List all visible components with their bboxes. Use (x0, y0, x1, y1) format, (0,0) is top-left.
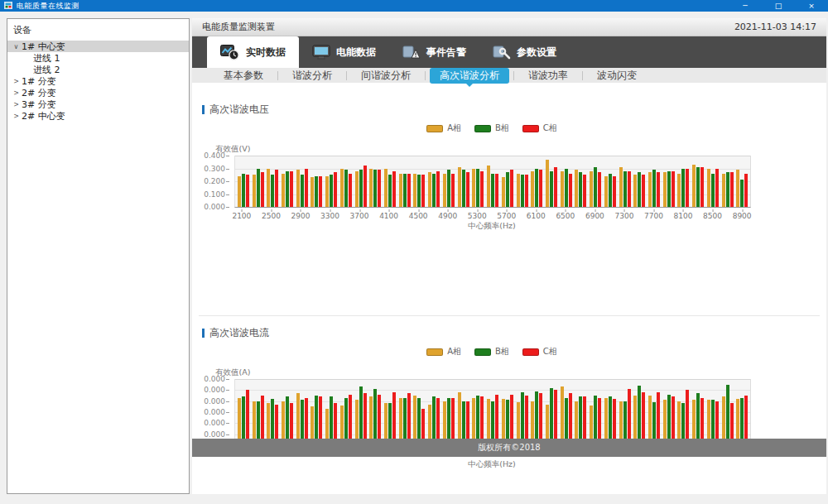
bar-phase-c (642, 175, 645, 207)
bar-group (265, 156, 280, 207)
subtab-interharmonic-analysis[interactable]: 间谐波分析 (351, 68, 421, 84)
chevron-down-icon[interactable]: ∨ (11, 43, 22, 50)
bar-phase-c (246, 390, 249, 445)
x-tick-label: 5700 (497, 209, 516, 220)
harmonic-voltage-chart: 高次谐波电压 A相B相C相 有效值(V) 0.4000.3000.2000.10… (192, 101, 826, 258)
bar-phase-b (373, 389, 377, 445)
close-button[interactable]: × (795, 0, 828, 12)
bar-phase-c (744, 174, 748, 207)
bar-phase-c (466, 172, 469, 207)
bar-phase-c (628, 389, 631, 445)
bar-phase-b (257, 169, 260, 208)
bar-phase-a (561, 171, 564, 207)
tree-item[interactable]: >1# 分变 (7, 75, 189, 87)
bar-phase-a (487, 166, 490, 207)
subtab-separator (425, 71, 426, 80)
subtab-flicker[interactable]: 波动闪变 (587, 68, 647, 84)
bar-group (734, 156, 749, 207)
bar-phase-c (363, 166, 367, 207)
legend-item-phase-c[interactable]: C相 (522, 122, 557, 134)
chevron-right-icon[interactable]: > (11, 89, 22, 97)
tab-energy-data[interactable]: 电能数据 (299, 36, 389, 68)
tree-item[interactable]: 进线 2 (7, 64, 189, 75)
tree-item[interactable]: >3# 分变 (7, 98, 189, 110)
x-tick-label: 4100 (379, 209, 398, 220)
bar-group (295, 379, 310, 445)
bar-phase-c (334, 172, 337, 207)
bar-phase-a (443, 174, 446, 207)
bar-phase-b (681, 169, 685, 208)
tree-item[interactable]: 进线 1 (7, 52, 189, 64)
bar-phase-c (569, 393, 572, 445)
legend-item-phase-a[interactable]: A相 (426, 122, 461, 134)
bar-phase-c (275, 170, 278, 207)
legend-item-phase-a[interactable]: A相 (426, 346, 461, 358)
bar-phase-c (421, 175, 425, 207)
tree-root-label: 设备 (7, 19, 189, 41)
bar-group (734, 379, 749, 445)
bar-group (544, 379, 559, 445)
bars (235, 156, 750, 207)
maximize-button[interactable]: □ (762, 0, 795, 12)
tab-realtime-data[interactable]: 实时数据 (207, 36, 299, 68)
bar-phase-c (451, 174, 455, 207)
y-tick-label: 0.100 (204, 190, 225, 199)
tab-parameter-settings[interactable]: 参数设置 (479, 36, 570, 68)
tree-item[interactable]: ∨1# 中心变 (7, 41, 189, 52)
bar-phase-a (310, 177, 314, 207)
y-tick-label: 0.000 (204, 203, 225, 211)
bar-group (310, 379, 325, 445)
bar-group (603, 156, 618, 207)
bar-group (456, 379, 471, 445)
tab-event-alarm[interactable]: 事件告警 (389, 36, 479, 68)
bar-phase-a (604, 176, 608, 207)
legend-item-phase-b[interactable]: B相 (474, 122, 509, 134)
tab-label: 事件告警 (426, 46, 466, 60)
chevron-right-icon[interactable]: > (11, 78, 22, 85)
chevron-right-icon[interactable]: > (11, 113, 22, 120)
bar-phase-c (657, 392, 660, 445)
bar-phase-a (502, 177, 505, 207)
subtab-harmonic-analysis[interactable]: 谐波分析 (282, 68, 342, 84)
bar-phase-c (525, 175, 528, 207)
minimize-button[interactable]: ─ (729, 0, 762, 12)
bar-phase-a (238, 176, 241, 207)
y-tick-label: 0.000 (204, 408, 225, 416)
bar-group (368, 156, 383, 207)
bar-phase-b (491, 174, 494, 207)
subtab-separator (277, 71, 278, 80)
x-tick-label: 2100 (232, 209, 251, 220)
chevron-right-icon[interactable]: > (11, 101, 22, 108)
bar-group (265, 379, 280, 445)
title-marker (202, 105, 205, 114)
energy-data-icon (312, 45, 330, 60)
bar-phase-a (531, 171, 534, 207)
subtab-high-order-harmonic-analysis[interactable]: 高次谐波分析 (430, 68, 509, 84)
bar-phase-a (561, 386, 564, 445)
legend-item-phase-c[interactable]: C相 (522, 346, 557, 358)
legend-label: A相 (447, 346, 461, 358)
bar-phase-b (550, 171, 553, 207)
legend-item-phase-b[interactable]: B相 (474, 346, 509, 358)
bar-phase-a (355, 171, 359, 207)
bar-phase-b (521, 392, 524, 445)
bar-group (720, 156, 735, 207)
bar-phase-b (535, 391, 538, 445)
bar-phase-a (340, 169, 344, 208)
tree-item[interactable]: >2# 分变 (7, 87, 189, 98)
bar-phase-c (613, 176, 616, 207)
subtab-separator (582, 71, 583, 80)
bar-group (544, 156, 559, 207)
x-tick-label: 8500 (703, 209, 722, 220)
subtab-basic-params[interactable]: 基本参数 (214, 68, 273, 84)
x-axis-label: 中心频率(Hz) (234, 221, 749, 232)
subtab-harmonic-power[interactable]: 谐波功率 (518, 68, 578, 84)
bar-group (236, 379, 251, 445)
app-title: 电能质量在线监测 (17, 1, 79, 12)
bar-group (676, 379, 691, 445)
tree-item[interactable]: >2# 中心变 (7, 110, 189, 122)
bar-phase-b (315, 396, 318, 445)
chart-legend: A相B相C相 (234, 346, 749, 358)
bar-phase-a (325, 176, 329, 207)
bar-group (647, 379, 662, 445)
